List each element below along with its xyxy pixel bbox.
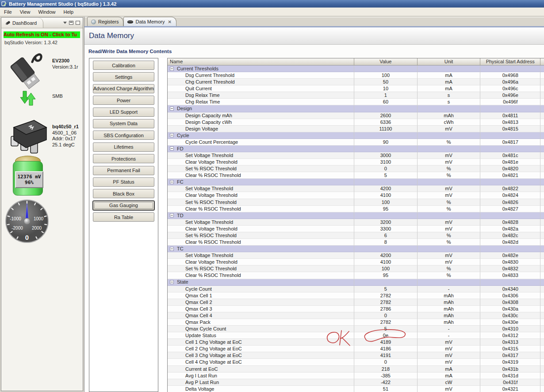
cell-value[interactable]: 4200	[354, 185, 418, 192]
close-icon[interactable]: ✕	[168, 19, 172, 24]
nav-button-black-box[interactable]: Black Box	[93, 189, 154, 198]
column-header-name[interactable]: Name	[168, 58, 354, 65]
table-row-clear-rsoc-threshold[interactable]: Clear % RSOC Threshold95%0x4827	[168, 206, 544, 212]
table-row-delta-voltage[interactable]: Delta Voltage51mV0x4321	[168, 386, 544, 392]
nav-button-system-data[interactable]: System Data	[93, 119, 154, 128]
table-row-qmax-cycle-count[interactable]: Qmax Cycle Count5-0x4310	[168, 326, 544, 332]
cell-value[interactable]: 0e	[354, 332, 418, 339]
table-row-qmax-cell-2[interactable]: Qmax Cell 22782mAh0x4308	[168, 299, 544, 306]
section-row-current-thresholds[interactable]: Current Thresholds	[168, 65, 544, 72]
nav-button-settings[interactable]: Settings	[93, 72, 154, 81]
table-row-clear-voltage-threshold[interactable]: Clear Voltage Threshold3300mV0x482a	[168, 226, 544, 232]
table-row-design-capacity-mah[interactable]: Design Capacity mAh2600mAh0x4811	[168, 112, 544, 119]
tab-registers[interactable]: Registers	[87, 17, 123, 26]
cell-value[interactable]: 4191	[354, 352, 418, 359]
table-row-chg-current-threshold[interactable]: Chg Current Threshold50mA0x496a	[168, 79, 544, 85]
table-row-set-rsoc-threshold[interactable]: Set % RSOC Threshold6%0x482c	[168, 232, 544, 239]
table-row-cell-1-chg-voltage-at-eoc[interactable]: Cell 1 Chg Voltage at EoC4189mV0x4313	[168, 339, 544, 346]
maximize-icon[interactable]	[76, 21, 80, 25]
nav-button-led-support[interactable]: LED Support	[93, 108, 154, 117]
column-header-unit[interactable]: Unit	[418, 58, 481, 65]
table-row-cycle-count-percentage[interactable]: Cycle Count Percentage90%0x4817	[168, 139, 544, 146]
table-row-set-rsoc-threshold[interactable]: Set % RSOC Threshold100%0x4826	[168, 199, 544, 206]
table-row-quit-current[interactable]: Quit Current10mA0x496c	[168, 85, 544, 92]
section-row-td[interactable]: TD	[168, 212, 544, 219]
cell-value[interactable]: 6	[354, 232, 418, 239]
table-row-design-capacity-cwh[interactable]: Design Capacity cWh6336cWh0x4813	[168, 119, 544, 126]
cell-value[interactable]: 2786	[354, 306, 418, 312]
collapse-icon[interactable]	[170, 180, 174, 184]
nav-button-ra-table[interactable]: Ra Table	[93, 212, 154, 222]
table-row-avg-p-last-run[interactable]: Avg P Last Run-422cW0x431f	[168, 379, 544, 386]
cell-value[interactable]: -422	[354, 379, 418, 386]
cell-value[interactable]: 4100	[354, 192, 418, 199]
cell-value[interactable]: 2782	[354, 319, 418, 326]
cell-value[interactable]: 5	[354, 326, 418, 332]
table-row-update-status[interactable]: Update Status0e-0x4312	[168, 332, 544, 339]
nav-button-calibration[interactable]: Calibration	[93, 61, 154, 70]
cell-value[interactable]: 3000	[354, 152, 418, 159]
collapse-icon[interactable]	[170, 247, 174, 251]
table-row-qmax-cell-3[interactable]: Qmax Cell 32786mAh0x430a	[168, 306, 544, 312]
cell-value[interactable]: 100	[354, 265, 418, 272]
collapse-icon[interactable]	[170, 67, 174, 71]
cell-value[interactable]: 10	[354, 85, 418, 92]
table-row-clear-rsoc-threshold[interactable]: Clear % RSOC Threshold95%0x4833	[168, 272, 544, 279]
cell-value[interactable]: 100	[354, 199, 418, 206]
cell-value[interactable]: 60	[354, 99, 418, 105]
cell-value[interactable]: 90	[354, 139, 418, 146]
section-row-state[interactable]: State	[168, 279, 544, 286]
cell-value[interactable]: 218	[354, 366, 418, 373]
cell-value[interactable]: 2600	[354, 112, 418, 119]
cell-value[interactable]: 51	[354, 386, 418, 392]
table-row-dsg-relax-time[interactable]: Dsg Relax Time1s0x496e	[168, 92, 544, 99]
cell-value[interactable]: 50	[354, 79, 418, 85]
section-row-fd[interactable]: FD	[168, 146, 544, 152]
cell-value[interactable]: 2782	[354, 292, 418, 299]
menu-item-help[interactable]: Help	[60, 8, 78, 15]
table-row-set-rsoc-threshold[interactable]: Set % RSOC Threshold0%0x4820	[168, 165, 544, 172]
cell-value[interactable]: 5	[354, 286, 418, 292]
table-row-clear-voltage-threshold[interactable]: Clear Voltage Threshold3100mV0x481e	[168, 159, 544, 165]
cell-value[interactable]: 4186	[354, 346, 418, 352]
cell-value[interactable]: 95	[354, 206, 418, 212]
menu-item-window[interactable]: Window	[34, 8, 59, 15]
collapse-icon[interactable]	[170, 107, 174, 111]
menu-item-view[interactable]: View	[16, 8, 34, 15]
section-row-design[interactable]: Design	[168, 105, 544, 112]
column-header-value[interactable]: Value	[354, 58, 418, 65]
nav-button-advanced-charge-algorithm[interactable]: Advanced Charge Algorithm	[93, 84, 154, 93]
collapse-icon[interactable]	[170, 213, 174, 217]
section-row-tc[interactable]: TC	[168, 246, 544, 252]
cell-value[interactable]: 4100	[354, 259, 418, 265]
collapse-icon[interactable]	[170, 280, 174, 284]
cell-value[interactable]: 3100	[354, 159, 418, 165]
table-row-design-voltage[interactable]: Design Voltage11100mV0x4815	[168, 126, 544, 132]
cell-value[interactable]: 3200	[354, 219, 418, 226]
cell-value[interactable]: 95	[354, 272, 418, 279]
menu-item-file[interactable]: File	[0, 8, 16, 15]
cell-value[interactable]: 100	[354, 72, 418, 79]
dashboard-tab[interactable]: DashBoard	[1, 18, 43, 28]
minimize-icon[interactable]	[69, 21, 73, 25]
cell-value[interactable]: -385	[354, 373, 418, 379]
column-header-physical-start-address[interactable]: Physical Start Address	[480, 58, 540, 65]
nav-button-power[interactable]: Power	[93, 96, 154, 105]
table-row-qmax-cell-1[interactable]: Qmax Cell 12782mAh0x4306	[168, 292, 544, 299]
nav-button-permanent-fail[interactable]: Permanent Fail	[93, 166, 154, 175]
table-row-set-voltage-threshold[interactable]: Set Voltage Threshold4200mV0x482e	[168, 252, 544, 259]
cell-value[interactable]: 4189	[354, 339, 418, 346]
table-row-qmax-pack[interactable]: Qmax Pack2782mAh0x430e	[168, 319, 544, 326]
cell-value[interactable]: 3300	[354, 226, 418, 232]
nav-button-lifetimes[interactable]: Lifetimes	[93, 142, 154, 152]
table-row-set-rsoc-threshold[interactable]: Set % RSOC Threshold100%0x4832	[168, 265, 544, 272]
cell-value[interactable]: 1	[354, 92, 418, 99]
table-row-clear-rsoc-threshold[interactable]: Clear % RSOC Threshold8%0x482d	[168, 239, 544, 246]
collapse-icon[interactable]	[170, 133, 174, 137]
view-menu-icon[interactable]	[63, 22, 67, 24]
cell-value[interactable]: 8	[354, 239, 418, 246]
nav-button-sbs-configuration[interactable]: SBS Configuration	[93, 131, 154, 140]
cell-value[interactable]: 0	[354, 312, 418, 319]
nav-button-pf-status[interactable]: PF Status	[93, 177, 154, 187]
table-row-clear-rsoc-threshold[interactable]: Clear % RSOC Threshold5%0x4821	[168, 172, 544, 179]
